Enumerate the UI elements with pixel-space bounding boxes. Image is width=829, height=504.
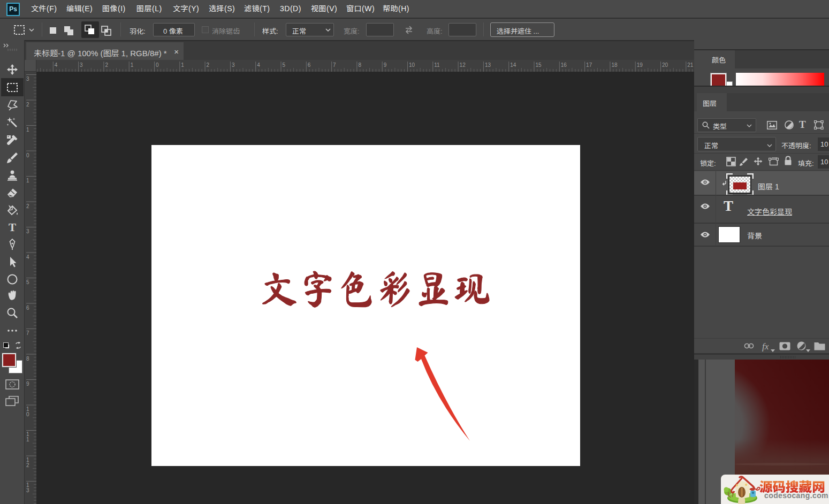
svg-text:16: 16 (561, 62, 567, 68)
svg-text:8: 8 (26, 356, 29, 362)
svg-text:3: 3 (26, 228, 29, 234)
svg-text:2: 2 (207, 62, 210, 68)
svg-text:2: 2 (26, 102, 29, 108)
svg-text:4: 4 (26, 254, 29, 260)
svg-text:8: 8 (358, 62, 361, 68)
svg-text:14: 14 (510, 62, 516, 68)
svg-text:5: 5 (283, 62, 286, 68)
svg-text:18: 18 (611, 62, 618, 68)
svg-text:3: 3 (232, 62, 235, 68)
svg-text:21: 21 (687, 62, 694, 68)
svg-text:10: 10 (409, 62, 415, 68)
svg-text:12: 12 (460, 62, 466, 68)
svg-text:1: 1 (26, 178, 29, 184)
svg-text:2: 2 (26, 462, 29, 468)
svg-text:6: 6 (308, 62, 311, 68)
svg-text:15: 15 (536, 62, 542, 68)
svg-text:9: 9 (384, 62, 387, 68)
svg-text:2: 2 (105, 62, 108, 68)
svg-text:4: 4 (55, 62, 58, 68)
svg-text:0: 0 (156, 62, 159, 68)
svg-text:0: 0 (26, 411, 29, 417)
svg-text:1: 1 (181, 62, 184, 68)
svg-text:20: 20 (662, 62, 668, 68)
svg-text:3: 3 (26, 487, 29, 493)
svg-text:3: 3 (26, 76, 29, 82)
svg-text:11: 11 (434, 62, 440, 68)
svg-text:19: 19 (637, 62, 643, 68)
svg-text:9: 9 (26, 381, 29, 387)
svg-text:2: 2 (26, 203, 29, 209)
svg-text:7: 7 (333, 62, 336, 68)
svg-text:13: 13 (485, 62, 491, 68)
svg-text:0: 0 (26, 152, 29, 158)
svg-text:T: T (9, 221, 16, 234)
svg-text:5: 5 (26, 279, 29, 285)
svg-text:1: 1 (26, 127, 29, 133)
svg-text:1: 1 (26, 437, 29, 442)
svg-text:7: 7 (26, 330, 29, 336)
svg-text:1: 1 (131, 62, 134, 68)
svg-text:17: 17 (586, 62, 592, 68)
svg-text:4: 4 (257, 62, 260, 68)
svg-text:6: 6 (26, 305, 29, 311)
svg-text:3: 3 (80, 62, 83, 68)
